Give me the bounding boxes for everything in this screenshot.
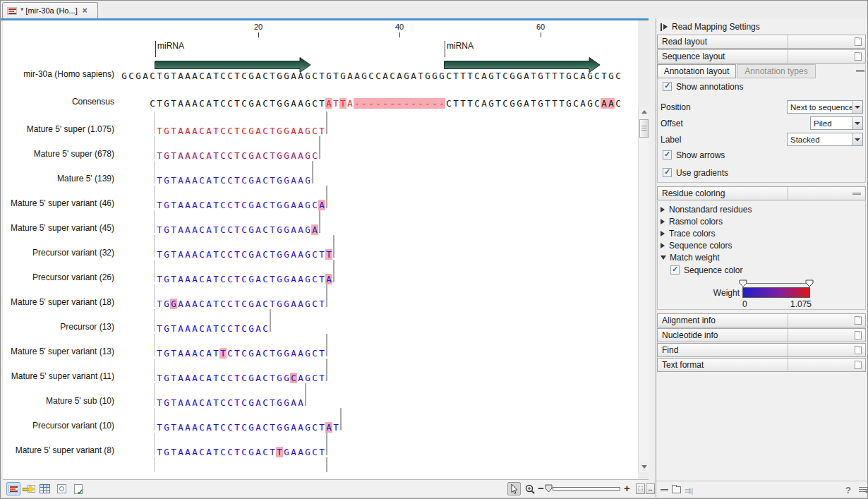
tree-item-sequence-colors[interactable]: Sequence colors: [661, 241, 732, 251]
base: -: [410, 98, 417, 109]
section-label: Alignment info: [662, 315, 716, 325]
read-sequence[interactable]: TGTAAACATCCTCGAC: [156, 322, 269, 332]
section-alignment-info[interactable]: Alignment info: [657, 313, 866, 327]
offset-dropdown[interactable]: Piled: [810, 116, 863, 130]
base: A: [601, 98, 608, 109]
tree-item-rasmol-colors[interactable]: Rasmol colors: [661, 217, 723, 227]
section-read-layout[interactable]: Read layout: [657, 35, 866, 49]
save-settings-button[interactable]: [672, 486, 681, 493]
show-table-button[interactable]: [37, 482, 52, 495]
help-button[interactable]: ?: [845, 485, 851, 495]
history-button[interactable]: [54, 482, 68, 495]
tab-annotation-types[interactable]: Annotation types: [737, 64, 816, 78]
sequence-color-checkbox[interactable]: [670, 265, 680, 275]
tree-item-nonstandard-residues[interactable]: Nonstandard residues: [661, 205, 752, 215]
base: C: [241, 126, 248, 136]
read-sequence[interactable]: TGTAAACATCCTCGACTGGAAGCT: [156, 124, 325, 135]
base: G: [248, 299, 255, 309]
base: T: [495, 98, 502, 109]
base: T: [332, 98, 339, 109]
weight-slider-track[interactable]: [744, 283, 810, 284]
base: A: [184, 422, 191, 433]
collapse-all-button[interactable]: [661, 489, 668, 491]
use-gradients-checkbox[interactable]: [663, 168, 672, 177]
tree-item-trace-colors[interactable]: Trace colors: [661, 229, 716, 239]
detach-section-icon[interactable]: [855, 37, 862, 46]
base: G: [163, 150, 170, 161]
read-mapping-view[interactable]: 204060miRNAmiRNAmir-30a (Homo sapiens)GC…: [3, 20, 638, 479]
section-sequence-layout[interactable]: Sequence layout: [657, 49, 866, 64]
read-sequence[interactable]: TGTAAACATCCTCGACTGGAAG: [156, 174, 311, 184]
zoom-in-button[interactable]: +: [624, 483, 630, 493]
base: G: [304, 126, 311, 136]
scroll-down-button[interactable]: [639, 462, 649, 472]
base: T: [269, 348, 276, 359]
read-sequence[interactable]: TGTAAACATCCTCGACTGGCAGCT: [156, 371, 325, 382]
vertical-scrollbar[interactable]: [638, 107, 649, 472]
selection-tool-button[interactable]: [507, 482, 521, 495]
read-sequence[interactable]: TGTAAACATCCTCGACTGGAAGC: [156, 149, 318, 160]
view-read-mapping-button[interactable]: [6, 482, 20, 495]
base: A: [191, 274, 198, 284]
section-find[interactable]: Find: [657, 343, 866, 357]
weight-slider-handle-high[interactable]: [805, 279, 814, 287]
detach-section-icon[interactable]: [855, 331, 862, 339]
detach-section-icon[interactable]: [855, 361, 862, 369]
base: G: [248, 373, 255, 383]
read-sequence[interactable]: TGTAAACATCCTCGACTGGAAGCTA: [156, 272, 332, 283]
read-sequence[interactable]: TGTAAACATCCTCGACTGGAAGCTAT: [156, 421, 339, 431]
base: G: [304, 175, 311, 186]
base: T: [170, 397, 177, 408]
weight-slider-handle-low[interactable]: [739, 279, 747, 287]
base: A: [191, 98, 198, 109]
read-sequence[interactable]: TGTAAACATCCTCGACTGGAAGCTT: [156, 248, 332, 258]
element-info-button[interactable]: ✓: [71, 482, 85, 495]
read-sequence[interactable]: TGTAAACATTCTCGACTGGAAGCT: [156, 347, 325, 357]
zoom-slider[interactable]: [553, 487, 620, 491]
label-dropdown[interactable]: Stacked: [787, 133, 863, 146]
base: A: [255, 200, 262, 210]
collapse-panel-icon[interactable]: [661, 23, 668, 31]
tree-item-match-weight[interactable]: Match weight: [661, 253, 720, 263]
section-residue-coloring[interactable]: Residue coloring: [657, 186, 866, 200]
annotation-leader-line: [445, 41, 445, 57]
read-sequence[interactable]: TGTAAACATCCTCGACTTGAAGCT: [156, 445, 325, 456]
section-nucleotide-info[interactable]: Nucleotide info: [657, 328, 866, 342]
base: T: [339, 98, 346, 109]
base: T: [156, 397, 163, 408]
base: C: [219, 200, 227, 210]
zoom-tool-button[interactable]: [523, 482, 536, 495]
apply-settings-button[interactable]: ⇉|: [685, 486, 693, 495]
read-sequence[interactable]: TGTAAACATCCTCGACTGGAAGA: [156, 223, 318, 234]
detach-section-icon[interactable]: [855, 316, 862, 325]
fit-width-button[interactable]: ↔: [646, 483, 655, 494]
open-table-button[interactable]: [22, 482, 36, 495]
ruler-mark: 60: [526, 23, 555, 31]
read-sequence[interactable]: TGTAAACATCCTCGACTGGAA: [156, 396, 304, 407]
base: -: [403, 98, 410, 109]
tab-close-icon[interactable]: ×: [83, 7, 88, 14]
position-dropdown[interactable]: Next to sequence: [787, 100, 863, 114]
document-tab[interactable]: * [mir-30a (Ho...] ×: [2, 2, 98, 18]
label-label: Label: [661, 135, 681, 145]
read-sequence[interactable]: TGGAAACATCCTCGACTGGAAGCT: [156, 297, 325, 308]
scroll-up-button[interactable]: [639, 107, 649, 117]
base: C: [502, 98, 509, 109]
collapse-section-icon[interactable]: [852, 193, 861, 195]
detach-section-icon[interactable]: [855, 346, 862, 354]
read-sequence[interactable]: TGTAAACATCCTCGACTGGAAGCA: [156, 198, 325, 209]
panel-menu-button[interactable]: [859, 487, 867, 493]
section-text-format[interactable]: Text format: [657, 358, 866, 372]
panel-header[interactable]: Read Mapping Settings: [656, 20, 760, 34]
collapse-section-icon[interactable]: [856, 70, 864, 72]
show-annotations-checkbox[interactable]: [663, 82, 672, 91]
panel-splitter[interactable]: [649, 18, 656, 499]
fit-selection-button[interactable]: [636, 483, 645, 494]
tab-annotation-layout[interactable]: Annotation layout: [657, 64, 736, 78]
section-label: Residue coloring: [662, 188, 725, 198]
detach-section-icon[interactable]: [855, 52, 862, 61]
weight-gradient-bar: [742, 287, 810, 298]
zoom-out-button[interactable]: −: [538, 483, 544, 493]
scrollbar-thumb[interactable]: [639, 119, 649, 138]
show-arrows-checkbox[interactable]: [663, 150, 672, 160]
